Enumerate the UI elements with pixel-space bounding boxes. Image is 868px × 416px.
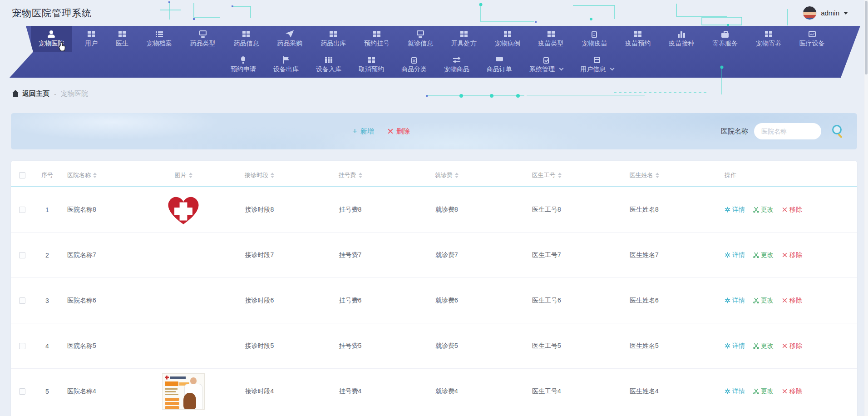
remove-button[interactable]: 移除	[782, 206, 802, 214]
nav-item-商品分类[interactable]: 商品分类	[396, 52, 432, 78]
edit-button[interactable]: 更改	[753, 297, 774, 305]
nav-item-商品订单[interactable]: 商品订单	[482, 52, 517, 78]
detail-button[interactable]: 详情	[725, 251, 745, 259]
remove-button[interactable]: 移除	[782, 251, 802, 259]
sliders-icon	[453, 56, 461, 64]
avatar[interactable]	[803, 6, 817, 20]
cell-visit-fee: 就诊费5	[397, 342, 497, 350]
cell-actions: 详情 更改 移除	[692, 206, 857, 214]
nav-item-药品信息[interactable]: 药品信息	[228, 26, 264, 52]
nav-item-疫苗类型[interactable]: 疫苗类型	[533, 26, 569, 52]
bulb-icon	[239, 56, 247, 64]
nav-item-宠物寄养[interactable]: 宠物寄养	[751, 26, 786, 52]
row-checkbox[interactable]	[19, 207, 25, 213]
delete-button[interactable]: 删除	[388, 127, 410, 136]
column-header-挂号费[interactable]: 挂号费	[304, 171, 397, 179]
cell-visit-fee: 就诊费7	[397, 251, 497, 259]
nav-item-医疗设备[interactable]: 医疗设备	[794, 26, 830, 52]
nav-item-疫苗接种[interactable]: 疫苗接种	[664, 26, 699, 52]
edit-button[interactable]: 更改	[753, 251, 774, 259]
grid4-icon	[547, 30, 555, 38]
flag-icon	[282, 56, 290, 64]
cell-index: 2	[34, 252, 61, 259]
row-checkbox[interactable]	[19, 252, 25, 258]
nav-item-宠物档案[interactable]: 宠物档案	[142, 26, 177, 52]
column-header-医院名称[interactable]: 医院名称	[61, 171, 152, 179]
scrollbar-thumb[interactable]	[865, 1, 868, 74]
sort-icon[interactable]	[359, 173, 362, 178]
detail-button[interactable]: 详情	[725, 387, 745, 396]
nav-item-用户信息[interactable]: 用户信息	[575, 52, 619, 78]
app-header: 宠物医院管理系统 admin	[0, 0, 868, 26]
cell-session: 接诊时段6	[215, 297, 304, 305]
search-label: 医院名称	[721, 127, 748, 136]
nav-item-宠物病例[interactable]: 宠物病例	[490, 26, 525, 52]
nav-item-寄养服务[interactable]: 寄养服务	[707, 26, 743, 52]
row-checkbox[interactable]	[19, 388, 25, 395]
cell-visit-fee: 就诊费8	[397, 206, 497, 214]
nav-item-医生[interactable]: 医生	[111, 26, 133, 52]
cell-doctor-no: 医生工号6	[497, 297, 597, 305]
nav-item-宠物商品[interactable]: 宠物商品	[439, 52, 474, 78]
nav-item-宠物疫苗[interactable]: 宠物疫苗	[577, 26, 612, 52]
remove-button[interactable]: 移除	[782, 342, 802, 350]
chat-icon	[495, 56, 503, 64]
search-icon[interactable]	[831, 125, 843, 138]
table-row: 1 医院名称8 接诊时段8 挂号费8 就诊费8 医生工号8 医生姓名8 详情 更…	[11, 187, 857, 233]
sort-icon[interactable]	[271, 173, 274, 178]
user-menu[interactable]: admin	[803, 6, 848, 20]
row-checkbox[interactable]	[19, 343, 25, 349]
search-input[interactable]	[754, 123, 821, 139]
edit-button[interactable]: 更改	[753, 342, 774, 350]
column-header-图片[interactable]: 图片	[152, 171, 215, 179]
nav-item-药品采购[interactable]: 药品采购	[272, 26, 307, 52]
grid4-icon	[118, 30, 126, 38]
add-button[interactable]: +新增	[352, 127, 374, 136]
nav-item-疫苗预约[interactable]: 疫苗预约	[620, 26, 656, 52]
detail-button[interactable]: 详情	[725, 206, 745, 214]
nav-item-用户[interactable]: 用户	[80, 26, 103, 52]
cell-image	[152, 194, 215, 225]
cell-visit-fee: 就诊费6	[397, 297, 497, 305]
column-header-医生姓名[interactable]: 医生姓名	[597, 171, 692, 179]
remove-button[interactable]: 移除	[782, 297, 802, 305]
sort-icon[interactable]	[656, 173, 659, 178]
nav-item-系统管理[interactable]: 系统管理	[524, 52, 568, 78]
sort-icon[interactable]	[455, 173, 459, 178]
nav-item-取消预约[interactable]: 取消预约	[354, 52, 389, 78]
row-checkbox[interactable]	[19, 297, 25, 304]
nav-item-设备出库[interactable]: 设备出库	[268, 52, 304, 78]
sort-icon[interactable]	[558, 173, 562, 178]
sort-icon[interactable]	[93, 173, 97, 178]
nav-item-药品出库[interactable]: 药品出库	[316, 26, 351, 52]
detail-button[interactable]: 详情	[725, 297, 745, 305]
column-header-就诊费[interactable]: 就诊费	[397, 171, 497, 179]
table-row: 5 医院名称4 接诊时段4 挂号费4 就诊费4 医生工号4 医生姓名4 详情 更…	[11, 369, 857, 414]
column-header-操作: 操作	[692, 171, 857, 179]
detail-button[interactable]: 详情	[725, 342, 745, 350]
column-header-医生工号[interactable]: 医生工号	[497, 171, 597, 179]
remove-button[interactable]: 移除	[782, 387, 802, 396]
cell-doctor-name: 医生姓名6	[597, 297, 692, 305]
nav-item-预约申请[interactable]: 预约申请	[226, 52, 261, 78]
select-all-checkbox[interactable]	[19, 172, 25, 178]
sort-icon[interactable]	[189, 173, 192, 178]
cell-session: 接诊时段4	[215, 387, 304, 396]
calendar-icon	[593, 56, 601, 64]
edit-button[interactable]: 更改	[753, 387, 774, 396]
nav-item-预约挂号[interactable]: 预约挂号	[359, 26, 395, 52]
nav-item-就诊信息[interactable]: 就诊信息	[403, 26, 438, 52]
scrollbar[interactable]	[864, 0, 868, 416]
nav-item-设备入库[interactable]: 设备入库	[311, 52, 346, 78]
breadcrumb-home[interactable]: 返回主页	[22, 89, 49, 98]
main-nav: 宠物医院 用户 医生 宠物档案 药品类型 药品信息 药品采购 药品出库 预约挂号…	[0, 26, 868, 78]
nav-item-开具处方[interactable]: 开具处方	[446, 26, 482, 52]
cell-registration-fee: 挂号费8	[304, 206, 397, 214]
nav-item-药品类型[interactable]: 药品类型	[185, 26, 221, 52]
cell-hospital-name: 医院名称4	[61, 387, 152, 396]
edit-button[interactable]: 更改	[753, 206, 774, 214]
cell-actions: 详情 更改 移除	[692, 297, 857, 305]
cell-doctor-no: 医生工号4	[497, 387, 597, 396]
breadcrumb: 返回主页 - 宠物医院	[0, 78, 868, 109]
column-header-接诊时段[interactable]: 接诊时段	[215, 171, 304, 179]
